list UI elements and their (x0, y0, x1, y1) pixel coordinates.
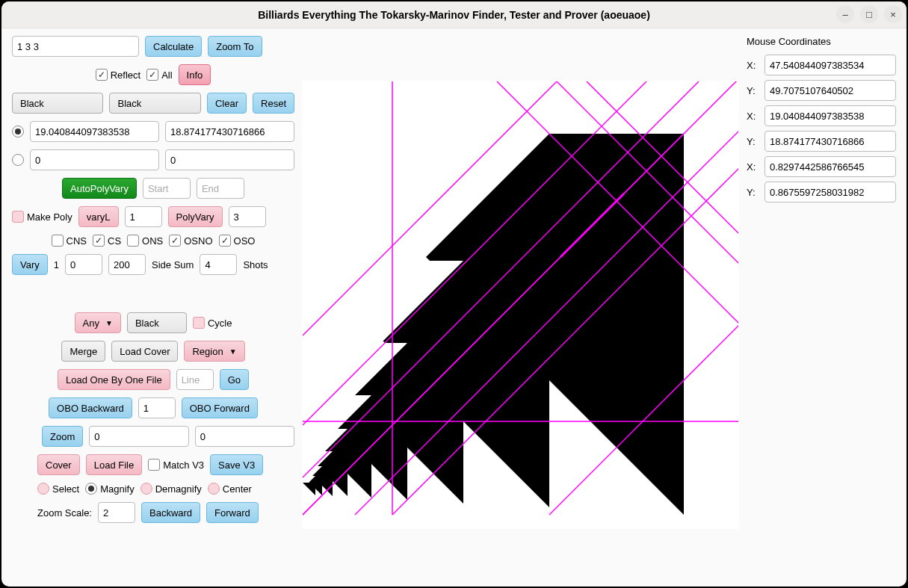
load-file-button[interactable]: Load File (86, 454, 142, 475)
my1-input[interactable] (765, 80, 896, 101)
any-select[interactable]: Any▼ (75, 312, 121, 333)
all-label: All (161, 69, 172, 81)
region-select[interactable]: Region▼ (184, 341, 244, 362)
row1-radio[interactable] (12, 126, 24, 137)
x2-input[interactable] (30, 149, 159, 170)
window-title: Billiards Everything The Tokarsky-Marino… (258, 9, 650, 21)
select-radio[interactable] (37, 483, 49, 495)
all-checkbox[interactable]: ✓ (146, 69, 158, 81)
black-button-1[interactable]: Black (12, 93, 103, 114)
start-input[interactable] (143, 178, 191, 199)
mx2-label: X: (747, 111, 759, 122)
demagnify-radio[interactable] (140, 483, 152, 495)
y2-input[interactable] (165, 149, 294, 170)
calculate-button[interactable]: Calculate (145, 36, 202, 57)
vary-1-label: 1 (54, 259, 59, 270)
obo-forward-button[interactable]: OBO Forward (182, 397, 258, 418)
magnify-radio[interactable] (85, 483, 97, 495)
reflect-label: Reflect (111, 69, 140, 81)
zoom-button[interactable]: Zoom (42, 426, 83, 447)
osno-label: OSNO (184, 235, 212, 247)
select-label: Select (52, 483, 79, 495)
osno-checkbox[interactable]: ✓ (169, 235, 181, 247)
row2-radio[interactable] (12, 154, 24, 166)
autopolyvary-button[interactable]: AutoPolyVary (62, 178, 137, 199)
vary-to-input[interactable] (108, 254, 146, 275)
save-v3-button[interactable]: Save V3 (210, 454, 263, 475)
oso-label: OSO (234, 235, 256, 247)
cs-label: CS (108, 235, 121, 247)
shots-label: Shots (243, 259, 268, 270)
forward-button[interactable]: Forward (206, 502, 259, 523)
varyl-button[interactable]: varyL (78, 206, 119, 227)
mx3-label: X: (747, 161, 759, 173)
close-icon[interactable]: × (884, 5, 902, 23)
oso-checkbox[interactable]: ✓ (219, 235, 231, 247)
minimize-icon[interactable]: – (836, 5, 854, 23)
x1-input[interactable] (30, 121, 159, 142)
zoom-y-input[interactable] (195, 426, 294, 447)
vary-from-input[interactable] (65, 254, 102, 275)
go-button[interactable]: Go (220, 369, 249, 390)
expression-input[interactable] (12, 36, 139, 57)
my3-label: Y: (747, 187, 759, 198)
titlebar: Billiards Everything The Tokarsky-Marino… (1, 1, 907, 28)
svg-marker-16 (303, 483, 315, 495)
center-label: Center (223, 483, 252, 495)
demagnify-label: Demagnify (155, 483, 202, 495)
mx1-label: X: (747, 60, 759, 71)
ons-label: ONS (142, 235, 163, 247)
makepoly-label: Make Poly (27, 211, 72, 223)
vary-button[interactable]: Vary (12, 254, 48, 275)
ons-checkbox[interactable] (127, 235, 139, 247)
my3-input[interactable] (765, 182, 896, 202)
cns-checkbox[interactable] (52, 235, 64, 247)
clear-button[interactable]: Clear (207, 93, 247, 114)
load-obo-file-button[interactable]: Load One By One File (58, 369, 170, 390)
mx3-input[interactable] (765, 156, 896, 177)
center-radio[interactable] (208, 483, 220, 495)
black-button-3[interactable]: Black (127, 312, 187, 333)
end-input[interactable] (197, 178, 244, 199)
black-button-2[interactable]: Black (109, 93, 200, 114)
polyvary-button[interactable]: PolyVary (168, 206, 223, 227)
my1-label: Y: (747, 85, 759, 96)
merge-button[interactable]: Merge (61, 341, 105, 362)
obo-backward-button[interactable]: OBO Backward (49, 397, 132, 418)
side-sum-input[interactable] (200, 254, 237, 275)
side-sum-label: Side Sum (152, 259, 194, 270)
varyl-input[interactable] (125, 206, 162, 227)
mx2-input[interactable] (765, 105, 896, 126)
zoom-scale-label: Zoom Scale: (37, 507, 92, 519)
info-button[interactable]: Info (179, 64, 211, 85)
zoom-scale-input[interactable] (98, 502, 135, 523)
cns-label: CNS (67, 235, 87, 247)
reflect-checkbox[interactable]: ✓ (96, 69, 108, 81)
mouse-coords-title: Mouse Coordinates (747, 36, 896, 47)
chevron-down-icon: ▼ (229, 347, 237, 356)
mx1-input[interactable] (765, 55, 896, 75)
cs-checkbox[interactable]: ✓ (93, 235, 105, 247)
makepoly-checkbox[interactable] (12, 211, 24, 223)
chevron-down-icon: ▼ (105, 319, 113, 327)
cycle-label: Cycle (208, 318, 232, 329)
my2-label: Y: (747, 136, 759, 147)
y1-input[interactable] (165, 121, 294, 142)
matchv3-checkbox[interactable] (148, 459, 160, 471)
cover-button[interactable]: Cover (37, 454, 80, 475)
cycle-checkbox[interactable] (193, 317, 205, 329)
matchv3-label: Match V3 (163, 459, 204, 471)
polyvary-input[interactable] (229, 206, 266, 227)
obo-n-input[interactable] (138, 397, 176, 418)
reset-button[interactable]: Reset (253, 93, 294, 114)
magnify-label: Magnify (100, 483, 135, 495)
backward-button[interactable]: Backward (141, 502, 200, 523)
my2-input[interactable] (765, 131, 896, 152)
zoom-x-input[interactable] (89, 426, 188, 447)
plot-canvas[interactable] (302, 81, 739, 529)
line-input[interactable] (176, 369, 214, 390)
maximize-icon[interactable]: □ (860, 5, 878, 23)
zoom-to-button[interactable]: Zoom To (208, 36, 262, 57)
load-cover-button[interactable]: Load Cover (111, 341, 178, 362)
